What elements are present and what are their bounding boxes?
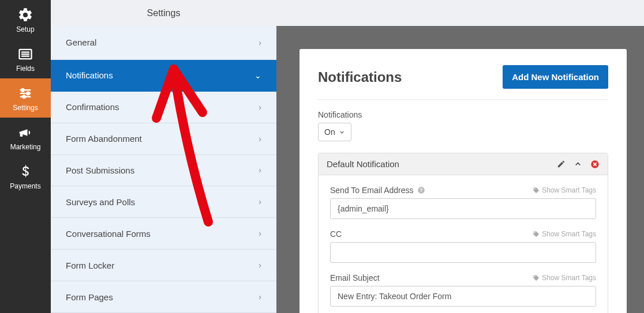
send-to-label: Send To Email Address ?: [330, 186, 425, 195]
settings-item-label: Surveys and Polls: [66, 197, 135, 207]
settings-item-label: Form Locker: [66, 261, 114, 270]
smart-tags-label: Show Smart Tags: [542, 230, 596, 238]
tag-icon: [533, 187, 540, 194]
chevron-right-icon: ›: [259, 292, 261, 301]
chevron-right-icon: ›: [259, 134, 261, 144]
help-icon[interactable]: ?: [417, 186, 425, 194]
notification-box-body: Send To Email Address ? Show Smart Tags: [319, 175, 608, 307]
svg-point-7: [21, 89, 24, 92]
primary-nav: Setup Fields Settings Marketing Payments: [0, 0, 51, 313]
smart-tags-label: Show Smart Tags: [542, 186, 596, 194]
settings-header: Settings: [51, 0, 276, 26]
gear-icon: [17, 7, 33, 23]
cc-row: CC Show Smart Tags: [330, 229, 596, 263]
nav-settings[interactable]: Settings: [0, 78, 51, 118]
chevron-right-icon: ›: [259, 197, 261, 206]
nav-marketing[interactable]: Marketing: [0, 118, 51, 157]
svg-text:?: ?: [420, 188, 422, 193]
delete-icon[interactable]: [590, 160, 600, 169]
settings-item-label: Conversational Forms: [66, 229, 151, 239]
tag-icon: [533, 231, 540, 237]
nav-payments[interactable]: Payments: [0, 157, 51, 196]
notification-box-actions: [557, 160, 600, 169]
main-body: Notifications Add New Notification Notif…: [276, 26, 644, 313]
chevron-down-icon: [339, 129, 345, 135]
settings-item-general[interactable]: General›: [51, 26, 276, 60]
chevron-right-icon: ›: [259, 261, 261, 270]
notifications-toggle-value: On: [324, 127, 335, 137]
default-notification-box: Default Notification Send To Email Addre…: [318, 153, 608, 313]
smart-tags-button[interactable]: Show Smart Tags: [533, 230, 596, 238]
settings-item-conversational-forms[interactable]: Conversational Forms›: [51, 218, 276, 250]
settings-list: General› Notifications⌄ Confirmations› F…: [51, 26, 276, 313]
nav-settings-label: Settings: [13, 104, 38, 112]
chevron-down-icon: ⌄: [254, 71, 261, 80]
smart-tags-button[interactable]: Show Smart Tags: [533, 274, 596, 282]
subject-label: Email Subject: [330, 273, 380, 282]
settings-submenu: Settings General› Notifications⌄ Confirm…: [51, 0, 276, 313]
notifications-toggle[interactable]: On: [318, 123, 351, 141]
notifications-toggle-group: Notifications On: [318, 110, 608, 141]
nav-marketing-label: Marketing: [10, 143, 41, 151]
chevron-right-icon: ›: [259, 103, 261, 112]
settings-item-label: Notifications: [66, 70, 113, 80]
chevron-up-icon[interactable]: [574, 160, 582, 168]
add-notification-button[interactable]: Add New Notification: [503, 65, 608, 89]
notifications-panel: Notifications Add New Notification Notif…: [299, 49, 627, 313]
smart-tags-button[interactable]: Show Smart Tags: [533, 186, 596, 194]
settings-item-confirmations[interactable]: Confirmations›: [51, 92, 276, 123]
settings-item-label: General: [66, 37, 96, 47]
send-to-row: Send To Email Address ? Show Smart Tags: [330, 186, 596, 219]
send-to-input[interactable]: [330, 198, 596, 219]
subject-input[interactable]: [330, 286, 596, 307]
nav-fields[interactable]: Fields: [0, 39, 51, 78]
cc-input[interactable]: [330, 242, 596, 263]
settings-item-label: Form Abandonment: [66, 134, 142, 144]
settings-item-form-abandonment[interactable]: Form Abandonment›: [51, 123, 276, 155]
list-icon: [17, 46, 33, 62]
dollar-icon: [17, 164, 33, 180]
nav-setup[interactable]: Setup: [0, 0, 51, 39]
panel-title: Notifications: [318, 69, 402, 85]
svg-point-8: [27, 92, 29, 95]
settings-item-form-locker[interactable]: Form Locker›: [51, 250, 276, 281]
settings-item-label: Post Submissions: [66, 165, 134, 175]
chevron-right-icon: ›: [259, 38, 261, 47]
notifications-toggle-label: Notifications: [318, 110, 608, 119]
cc-label: CC: [330, 229, 342, 239]
subject-row: Email Subject Show Smart Tags: [330, 273, 596, 307]
settings-item-label: Form Pages: [66, 292, 113, 302]
edit-icon[interactable]: [557, 160, 566, 168]
settings-item-label: Confirmations: [66, 102, 119, 112]
main-area: Notifications Add New Notification Notif…: [276, 0, 644, 313]
settings-item-notifications[interactable]: Notifications⌄: [51, 60, 276, 92]
nav-setup-label: Setup: [16, 25, 34, 33]
send-to-label-text: Send To Email Address: [330, 186, 414, 195]
settings-item-post-submissions[interactable]: Post Submissions›: [51, 155, 276, 187]
panel-header: Notifications Add New Notification: [318, 65, 608, 100]
notification-box-header: Default Notification: [319, 153, 608, 175]
smart-tags-label: Show Smart Tags: [542, 274, 596, 282]
settings-item-surveys-polls[interactable]: Surveys and Polls›: [51, 186, 276, 218]
chevron-right-icon: ›: [259, 229, 261, 238]
chevron-right-icon: ›: [259, 165, 261, 175]
notification-box-title: Default Notification: [327, 159, 399, 169]
settings-header-label: Settings: [147, 8, 181, 18]
bullhorn-icon: [17, 125, 33, 141]
settings-item-form-pages[interactable]: Form Pages›: [51, 281, 276, 313]
tag-icon: [533, 274, 540, 281]
main-top-bar: [276, 0, 644, 26]
nav-payments-label: Payments: [10, 182, 40, 190]
svg-point-9: [23, 96, 25, 99]
nav-fields-label: Fields: [16, 65, 35, 73]
sliders-icon: [17, 85, 33, 101]
